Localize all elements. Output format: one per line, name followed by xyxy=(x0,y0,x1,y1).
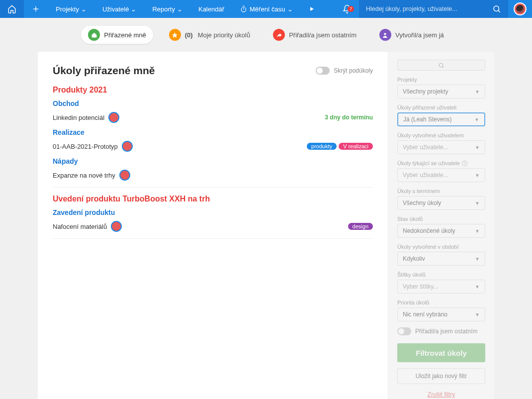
tab-label: Přiřazené mně xyxy=(104,31,146,39)
select-value: Vyber uživatele... xyxy=(403,144,448,151)
save-filter-button[interactable]: Uložit jako nový filtr xyxy=(397,368,485,384)
section-link[interactable]: Realizace xyxy=(53,128,373,136)
tag[interactable]: V realizaci xyxy=(339,143,373,150)
page-title: Úkoly přiřazené mně xyxy=(53,65,155,77)
task-row[interactable]: Nafocení materiálů design xyxy=(53,219,373,233)
task-row[interactable]: Linkedin potenciál 3 dny do termínu xyxy=(53,110,373,124)
chevron-down-icon: ▼ xyxy=(475,228,480,234)
search-input[interactable] xyxy=(366,5,492,12)
created-by-select[interactable]: Vyber uživatele...▼ xyxy=(397,140,485,154)
task-name: Nafocení materiálů xyxy=(53,223,107,230)
project-link[interactable]: Produkty 2021 xyxy=(53,86,373,95)
section-link[interactable]: Nápady xyxy=(53,157,373,165)
tags-select[interactable]: Vyber štítky...▼ xyxy=(397,280,485,294)
select-value: Vyber štítky... xyxy=(403,283,438,290)
chevron-down-icon: ▼ xyxy=(475,312,480,317)
apply-filter-button[interactable]: Filtrovat úkoly xyxy=(397,343,485,362)
section-link[interactable]: Obchod xyxy=(53,100,373,107)
task-list-card: Úkoly přiřazené mně Skrýt podúkoly Produ… xyxy=(38,52,388,399)
task-row[interactable]: 01-AAB-2021-Prototyp produkty V realizac… xyxy=(53,139,373,153)
avatar xyxy=(514,2,527,15)
chevron-down-icon: ⌄ xyxy=(177,5,182,13)
tab-my-priorities[interactable]: (0) Moje priority úkolů xyxy=(162,26,257,44)
assignee-avatar xyxy=(108,112,119,123)
svg-line-11 xyxy=(443,66,444,68)
svg-point-6 xyxy=(494,6,499,11)
created-period-select[interactable]: Kdykoliv▼ xyxy=(397,252,485,266)
filter-label: Úkoly přiřazené uživateli xyxy=(397,104,485,110)
deadline-select[interactable]: Všechny úkoly▼ xyxy=(397,196,485,210)
select-value: Já (Leah Stevens) xyxy=(403,116,451,123)
nav-menu: Projekty⌄ Uživatelé⌄ Reporty⌄ Kalendář M… xyxy=(48,0,323,18)
hide-subtasks-control: Skrýt podúkoly xyxy=(316,67,373,75)
tab-assigned-to-others[interactable]: Přiřadil/a jsem ostatním xyxy=(266,26,363,44)
related-user-select[interactable]: Vyber uživatele...▼ xyxy=(397,168,485,182)
projects-select[interactable]: Všechny projekty▼ xyxy=(397,85,485,99)
chevron-down-icon: ⌄ xyxy=(81,5,87,13)
task-name: 01-AAB-2021-Prototyp xyxy=(53,143,118,150)
nav-label: Uživatelé xyxy=(102,5,129,13)
nav-right: 7 xyxy=(335,0,532,18)
task-tags: design xyxy=(348,223,373,230)
nav-item-timetracking[interactable]: Měření času⌄ xyxy=(232,0,301,18)
filter-label: Štítky úkolů xyxy=(397,272,485,278)
select-value: Nedokončené úkoly xyxy=(403,227,455,234)
person-icon xyxy=(379,29,391,41)
status-select[interactable]: Nedokončené úkoly▼ xyxy=(397,224,485,238)
card-header: Úkoly přiřazené mně Skrýt podúkoly xyxy=(53,65,373,77)
search-icon[interactable] xyxy=(492,4,501,13)
nav-item-calendar[interactable]: Kalendář xyxy=(190,0,232,18)
task-name: Linkedin potenciál xyxy=(53,114,104,121)
svg-marker-5 xyxy=(310,7,314,11)
nav-item-projects[interactable]: Projekty⌄ xyxy=(48,0,94,18)
filter-label: Úkoly vytvořené uživatelem xyxy=(397,132,485,138)
priority-select[interactable]: Nic není vybráno▼ xyxy=(397,307,485,321)
search-icon xyxy=(438,62,444,69)
plus-icon xyxy=(32,5,40,13)
info-icon[interactable]: ? xyxy=(462,161,467,166)
task-row[interactable]: Expanze na nové trhy xyxy=(53,168,373,182)
create-button[interactable] xyxy=(24,0,48,18)
nav-label: Kalendář xyxy=(198,5,224,13)
home-icon xyxy=(88,29,100,41)
svg-point-10 xyxy=(439,63,443,67)
hide-subtasks-toggle[interactable] xyxy=(316,67,330,75)
top-nav: Projekty⌄ Uživatelé⌄ Reporty⌄ Kalendář M… xyxy=(0,0,532,18)
assigned-others-toggle[interactable] xyxy=(397,327,411,335)
tab-assigned-to-me[interactable]: Přiřazené mně xyxy=(81,26,153,44)
stopwatch-icon xyxy=(240,5,247,12)
filter-label: Priorita úkolů xyxy=(397,299,485,305)
chevron-down-icon: ▼ xyxy=(474,117,479,122)
tag[interactable]: produkty xyxy=(307,143,337,150)
filter-search-button[interactable] xyxy=(397,60,485,71)
project-block: Produkty 2021 Obchod Linkedin potenciál … xyxy=(53,86,373,188)
select-value: Nic není vybráno xyxy=(403,311,447,318)
tab-created-by-me[interactable]: Vytvořil/a jsem já xyxy=(372,26,451,44)
chevron-down-icon: ▼ xyxy=(475,145,480,150)
chevron-down-icon: ▼ xyxy=(475,256,480,262)
nav-label: Reporty xyxy=(152,5,175,13)
notifications-button[interactable]: 7 xyxy=(335,4,359,13)
tag[interactable]: design xyxy=(348,223,373,230)
home-button[interactable] xyxy=(0,0,24,18)
svg-line-7 xyxy=(498,10,500,12)
nav-item-reports[interactable]: Reporty⌄ xyxy=(144,0,190,18)
search-area xyxy=(359,0,508,18)
nav-item-users[interactable]: Uživatelé⌄ xyxy=(94,0,144,18)
section-link[interactable]: Zavedení produktu xyxy=(53,208,373,216)
due-date-text: 3 dny do termínu xyxy=(325,114,373,121)
task-name: Expanze na nové trhy xyxy=(53,172,115,179)
chevron-down-icon: ▼ xyxy=(475,89,480,95)
project-link[interactable]: Uvedení produktu TurboBoost XXH na trh xyxy=(53,195,373,203)
assignee-avatar xyxy=(119,170,130,181)
tab-count: (0) xyxy=(185,31,193,39)
nav-item-play[interactable] xyxy=(301,0,323,18)
svg-point-9 xyxy=(384,33,386,35)
chevron-down-icon: ▼ xyxy=(475,284,480,290)
filter-label: Úkoly s termínem xyxy=(397,188,485,194)
user-menu[interactable] xyxy=(508,2,532,15)
assigned-user-select[interactable]: Já (Leah Stevens)▼ xyxy=(397,112,485,126)
clear-filters-link[interactable]: Zrušit filtry xyxy=(397,391,485,398)
notification-badge: 7 xyxy=(348,6,354,12)
filter-label: Úkoly vytvořené v období xyxy=(397,244,485,250)
